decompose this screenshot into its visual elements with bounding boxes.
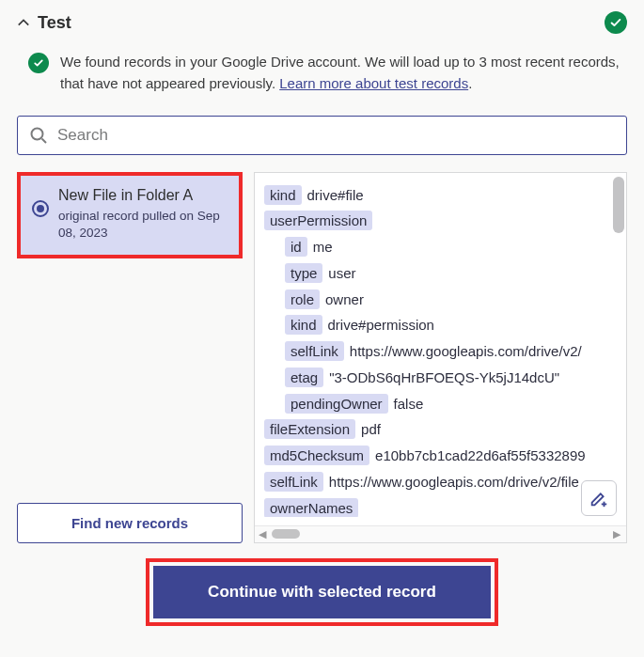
svg-line-1 xyxy=(42,138,47,143)
detail-value: user xyxy=(322,265,355,281)
detail-row: typeuser xyxy=(264,260,617,287)
detail-value: e10bb7cb1cad22d6af55f5332899 xyxy=(369,447,586,463)
detail-key: selfLink xyxy=(285,341,344,361)
records-list: New File in Folder A original record pul… xyxy=(17,172,243,543)
detail-value: pdf xyxy=(355,421,381,437)
horizontal-scrollbar[interactable]: ◀ ▶ xyxy=(255,525,626,542)
record-item-selected[interactable]: New File in Folder A original record pul… xyxy=(17,172,243,258)
detail-key: fileExtension xyxy=(264,419,355,439)
detail-row: kinddrive#file xyxy=(264,182,617,209)
detail-key: id xyxy=(285,237,307,257)
detail-row: userPermission xyxy=(264,208,617,234)
detail-value: owner xyxy=(320,291,364,307)
section-header: Test xyxy=(17,11,627,34)
continue-highlight: Continue with selected record xyxy=(146,558,498,626)
find-new-records-button[interactable]: Find new records xyxy=(17,503,243,543)
detail-key: role xyxy=(285,289,320,309)
detail-value: https://www.googleapis.com/drive/v2/file xyxy=(323,474,579,490)
detail-value: drive#file xyxy=(302,187,364,203)
record-subtitle: original record pulled on Sep 08, 2023 xyxy=(58,208,228,242)
detail-key: md5Checksum xyxy=(264,446,369,465)
search-input[interactable] xyxy=(57,126,615,145)
search-input-wrap[interactable] xyxy=(17,116,627,155)
detail-row: pendingOwnerfalse xyxy=(264,391,617,417)
detail-value: me xyxy=(307,239,333,255)
detail-key: kind xyxy=(285,315,322,335)
continue-button[interactable]: Continue with selected record xyxy=(153,566,491,618)
detail-value: "3-ODbS6qHrBFOEQS-Yk5jJ14dcU" xyxy=(323,369,559,385)
detail-value: https://www.googleapis.com/drive/v2/ xyxy=(344,343,582,359)
detail-key: ownerNames xyxy=(264,498,358,517)
detail-key: etag xyxy=(285,368,323,387)
record-detail-content[interactable]: kinddrive#fileuserPermissionidmetypeuser… xyxy=(255,173,626,517)
detail-value: drive#permission xyxy=(322,317,434,333)
info-text: We found records in your Google Drive ac… xyxy=(60,51,627,95)
detail-value: false xyxy=(388,396,424,412)
record-title: New File in Folder A xyxy=(58,187,228,204)
info-check-icon xyxy=(28,53,49,73)
detail-row: selfLinkhttps://www.googleapis.com/drive… xyxy=(264,338,617,365)
edit-add-button[interactable] xyxy=(581,480,617,516)
detail-key: userPermission xyxy=(264,211,372,230)
detail-key: type xyxy=(285,263,322,283)
detail-row: idme xyxy=(264,234,617,260)
info-banner: We found records in your Google Drive ac… xyxy=(28,51,627,95)
vertical-scrollbar[interactable] xyxy=(613,177,624,522)
detail-row: md5Checksume10bb7cb1cad22d6af55f5332899 xyxy=(264,443,617,469)
section-title: Test xyxy=(38,13,71,33)
detail-row: etag"3-ODbS6qHrBFOEQS-Yk5jJ14dcU" xyxy=(264,365,617,391)
svg-point-0 xyxy=(32,128,43,139)
test-section: Test We found records in your Google Dri… xyxy=(0,0,644,637)
radio-selected-icon[interactable] xyxy=(32,200,49,217)
detail-row: selfLinkhttps://www.googleapis.com/drive… xyxy=(264,469,617,495)
detail-key: selfLink xyxy=(264,472,323,492)
learn-more-link[interactable]: Learn more about test records xyxy=(279,75,468,91)
info-text-suffix: . xyxy=(468,75,472,91)
search-icon xyxy=(29,126,48,145)
detail-row: kinddrive#permission xyxy=(264,312,617,338)
detail-key: pendingOwner xyxy=(285,394,388,414)
detail-row: ownerNames xyxy=(264,495,617,517)
chevron-up-icon[interactable] xyxy=(17,16,30,29)
detail-key: kind xyxy=(264,185,302,205)
detail-row: fileExtensionpdf xyxy=(264,416,617,443)
detail-row: roleowner xyxy=(264,287,617,313)
record-detail-panel: kinddrive#fileuserPermissionidmetypeuser… xyxy=(254,172,627,543)
success-check-icon xyxy=(605,11,627,34)
